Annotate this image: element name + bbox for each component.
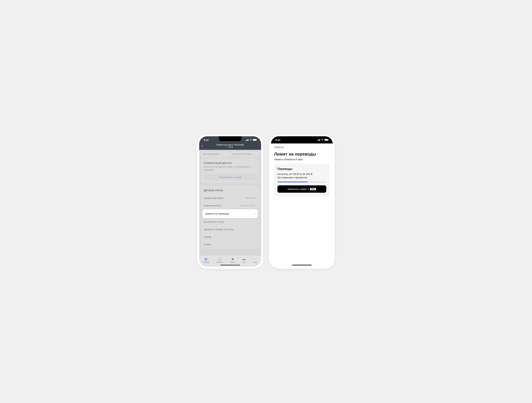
pro-badge: PRO — [310, 188, 316, 190]
wifi-icon — [321, 139, 323, 141]
payments-icon: ◯ — [218, 257, 222, 261]
shared-access-subtitle: Можете пользоваться этим счетом вместе с… — [204, 165, 257, 172]
chevron-right-icon: › — [256, 228, 257, 231]
row-label: Тариф — [204, 235, 211, 238]
shared-access-title: Совместный доступ — [204, 161, 257, 165]
share-account-button[interactable]: Поделиться счетом — [204, 174, 257, 180]
row-label: Лимиты на переводы — [205, 212, 229, 215]
details-row-6[interactable]: Услуги› — [203, 241, 257, 248]
details-row-0[interactable]: Кредитный лимит150 000 ₽ — [203, 194, 257, 202]
details-section-title: Детали счета — [203, 188, 257, 194]
row-value: 149 992,30 ₽ — [240, 204, 255, 207]
status-time: 9:41 — [275, 139, 280, 141]
account-details-card: Детали счета Кредитный лимит150 000 ₽Зад… — [201, 185, 259, 249]
phone-transfer-limit: 9:41 Закрыть Лимит на переводы Лимиты об… — [271, 136, 333, 267]
tab-chat[interactable]: ▬ Чат — [242, 257, 246, 263]
status-time: 9:41 — [204, 139, 209, 141]
details-row-1[interactable]: Задолженность149 992,30 ₽› — [203, 202, 257, 209]
details-row-2[interactable]: Лимиты на переводы› — [203, 209, 258, 218]
details-row-3[interactable]: Выписка по счету› — [203, 218, 257, 226]
transfers-limit-card: Переводы Осталось 18 750 ₽ из 50 000 ₽ б… — [274, 164, 329, 196]
chat-icon: ▬ — [242, 257, 246, 261]
status-bar: 9:41 — [271, 136, 333, 143]
increase-limit-button[interactable]: Увеличить лимит с PRO — [277, 185, 326, 193]
tab-payments[interactable]: ◯ Платежи — [216, 257, 223, 263]
row-label: Заказать справку по счету — [204, 228, 234, 231]
page-subtitle: Лимиты обновятся 6 мая — [274, 158, 329, 161]
wifi-icon — [249, 139, 252, 141]
chip-deposit[interactable]: Для пополнения — [201, 151, 229, 157]
limit-card-text: Осталось 18 750 ₽ из 50 000 ₽ без комисс… — [277, 172, 326, 179]
tab-city[interactable]: ◆ Город — [230, 257, 235, 263]
status-indicators — [317, 139, 329, 141]
chevron-right-icon: › — [256, 235, 257, 238]
home-indicator[interactable] — [292, 265, 312, 265]
status-bar: 9:41 — [199, 136, 261, 143]
tab-more[interactable]: ⋯ Еще — [253, 257, 257, 263]
header-title: Кредитная карта Тинькофф — [202, 143, 259, 146]
battery-icon — [324, 139, 328, 141]
close-button[interactable]: Закрыть — [274, 146, 284, 149]
signal-icon — [317, 139, 320, 141]
limit-card-title: Переводы — [277, 167, 326, 171]
shared-access-card: Совместный доступ Можете пользоваться эт… — [201, 159, 259, 183]
home-indicator[interactable] — [220, 265, 240, 265]
header-balance: 7,70 ₽ — [202, 146, 259, 148]
row-label: Выписка по счету — [204, 220, 224, 223]
city-icon: ◆ — [231, 257, 234, 261]
row-label: Кредитный лимит — [204, 197, 224, 199]
row-label: Задолженность — [204, 204, 221, 207]
more-icon: ⋯ — [253, 257, 257, 261]
chevron-right-icon: › — [256, 204, 257, 207]
limit-progress-fill — [277, 181, 308, 182]
chevron-right-icon: › — [256, 243, 257, 246]
header: ‹ Кредитная карта Тинькофф 7,70 ₽ — [199, 143, 261, 150]
chevron-right-icon: › — [256, 220, 257, 223]
content-area[interactable]: Для пополнения www.tinkoff.ru/rm/g… Совм… — [199, 150, 261, 256]
tab-home[interactable]: ▤ Главная — [203, 257, 209, 263]
chevron-right-icon: › — [254, 212, 255, 215]
status-indicators — [246, 139, 257, 141]
row-label: Услуги — [204, 243, 211, 246]
chip-link[interactable]: www.tinkoff.ru/rm/g… — [231, 151, 259, 157]
row-value: 150 000 ₽ — [246, 197, 257, 199]
details-row-5[interactable]: Тариф› — [203, 233, 257, 241]
signal-icon — [246, 139, 248, 141]
details-row-4[interactable]: Заказать справку по счету› — [203, 226, 257, 233]
content-area: Закрыть Лимит на переводы Лимиты обновят… — [271, 143, 333, 267]
home-icon: ▤ — [204, 257, 208, 261]
page-title: Лимит на переводы — [274, 152, 329, 157]
phone-account-details: 9:41 ‹ Кредитная карта Тинькофф 7,70 ₽ Д… — [199, 136, 261, 267]
limit-progress-bar — [277, 181, 326, 182]
battery-icon — [253, 139, 257, 141]
